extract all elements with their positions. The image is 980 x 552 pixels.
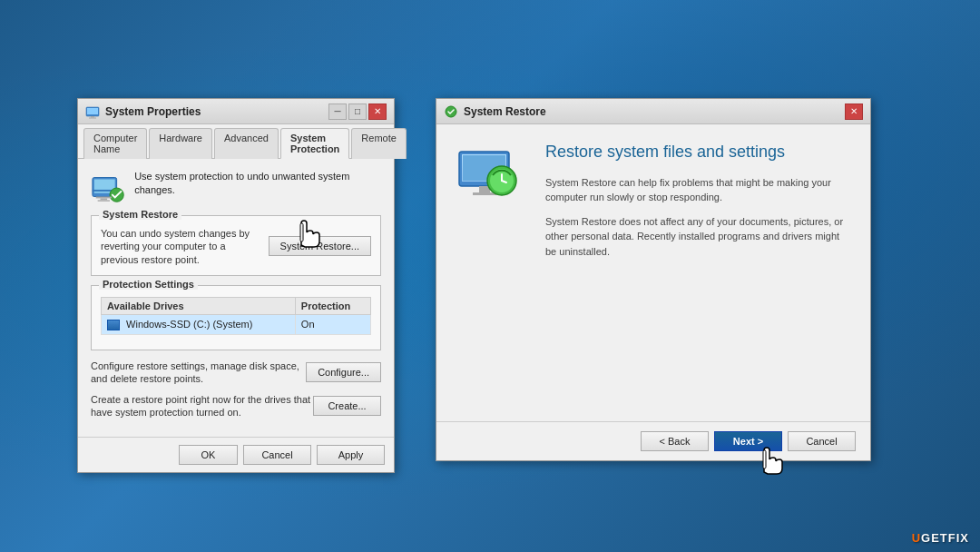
restore-body: Restore system files and settings System… xyxy=(436,124,870,421)
system-properties-title-text: System Properties xyxy=(105,105,201,118)
back-button[interactable]: < Back xyxy=(641,431,709,451)
protection-settings-content: Available Drives Protection Windows-SSD … xyxy=(92,286,380,350)
col-protection: Protection xyxy=(295,297,370,314)
system-properties-icon xyxy=(85,104,100,119)
minimize-button[interactable]: ─ xyxy=(328,104,347,120)
svg-rect-1 xyxy=(87,108,98,114)
bottom-buttons: OK Cancel Apply xyxy=(78,437,394,472)
restore-title-text: System Restore xyxy=(464,105,546,118)
create-text: Create a restore point right now for the… xyxy=(91,393,313,419)
system-restore-content: You can undo system changes by reverting… xyxy=(92,216,380,275)
protection-info-text: Use system protection to undo unwanted s… xyxy=(134,170,381,198)
drive-icon xyxy=(107,320,120,330)
restore-dialog-content: Restore system files and settings System… xyxy=(436,124,870,460)
cancel-button-restore[interactable]: Cancel xyxy=(788,431,856,451)
configure-button[interactable]: Configure... xyxy=(306,362,381,382)
restore-desc-1: System Restore can help fix problems tha… xyxy=(545,175,852,205)
restore-icon-area xyxy=(455,143,527,403)
system-restore-button[interactable]: System Restore... xyxy=(269,236,371,256)
restore-footer: < Back Next > Cancel xyxy=(436,421,870,460)
restore-body-text: You can undo system changes by reverting… xyxy=(101,227,261,266)
system-restore-dialog: System Restore ✕ xyxy=(436,98,871,461)
tab-system-protection[interactable]: System Protection xyxy=(280,128,349,159)
system-properties-content: Use system protection to undo unwanted s… xyxy=(78,159,394,437)
restore-window-icon xyxy=(444,104,458,119)
system-restore-label: System Restore xyxy=(99,209,181,220)
system-properties-window: System Properties ─ □ ✕ Computer Name Ha… xyxy=(77,98,395,473)
cancel-button-sysProps[interactable]: Cancel xyxy=(243,445,311,465)
protection-settings-label: Protection Settings xyxy=(99,279,198,290)
restore-close-button[interactable]: ✕ xyxy=(845,104,863,120)
tab-computer-name[interactable]: Computer Name xyxy=(83,128,147,159)
restore-text-area: Restore system files and settings System… xyxy=(545,143,852,403)
tabs-bar: Computer Name Hardware Advanced System P… xyxy=(78,124,394,159)
svg-rect-10 xyxy=(98,200,110,201)
create-button[interactable]: Create... xyxy=(313,396,381,416)
configure-row: Configure restore settings, manage disk … xyxy=(91,360,381,386)
restore-computer-icon xyxy=(455,143,527,215)
apply-button[interactable]: Apply xyxy=(317,445,385,465)
protection-shield-icon xyxy=(91,170,125,206)
restore-title-bar-left: System Restore xyxy=(444,104,546,119)
next-button[interactable]: Next > xyxy=(714,431,782,451)
title-controls: ─ □ ✕ xyxy=(328,104,387,120)
watermark: UGETFIX xyxy=(912,531,969,545)
tab-hardware[interactable]: Hardware xyxy=(149,128,212,159)
system-restore-section: System Restore You can undo system chang… xyxy=(91,215,381,276)
col-drives: Available Drives xyxy=(102,297,296,314)
restore-title-controls: ✕ xyxy=(845,104,863,120)
protection-cell: On xyxy=(295,314,370,334)
drive-cell: Windows-SSD (C:) (System) xyxy=(102,314,296,334)
restore-row: You can undo system changes by reverting… xyxy=(101,227,371,266)
protection-table: Available Drives Protection Windows-SSD … xyxy=(101,297,371,335)
svg-rect-9 xyxy=(100,198,107,200)
close-button[interactable]: ✕ xyxy=(368,104,387,120)
title-bar-left: System Properties xyxy=(85,104,201,119)
svg-rect-3 xyxy=(89,117,96,118)
table-row[interactable]: Windows-SSD (C:) (System) On xyxy=(102,314,371,334)
watermark-u: U xyxy=(912,531,921,545)
restore-main-title: Restore system files and settings xyxy=(545,143,852,163)
info-row: Use system protection to undo unwanted s… xyxy=(91,170,381,206)
create-row: Create a restore point right now for the… xyxy=(91,393,381,419)
svg-rect-8 xyxy=(96,197,112,199)
restore-title-bar: System Restore ✕ xyxy=(436,99,870,124)
tab-advanced[interactable]: Advanced xyxy=(214,128,279,159)
restore-desc-2: System Restore does not affect any of yo… xyxy=(545,214,852,260)
ok-button[interactable]: OK xyxy=(179,445,238,465)
svg-rect-2 xyxy=(91,116,94,118)
protection-settings-section: Protection Settings Available Drives Pro… xyxy=(91,285,381,350)
system-properties-title-bar: System Properties ─ □ ✕ xyxy=(78,99,394,124)
tab-remote[interactable]: Remote xyxy=(351,128,407,159)
configure-text: Configure restore settings, manage disk … xyxy=(91,360,306,386)
maximize-button[interactable]: □ xyxy=(348,104,367,120)
watermark-suffix: GETFIX xyxy=(921,531,969,545)
